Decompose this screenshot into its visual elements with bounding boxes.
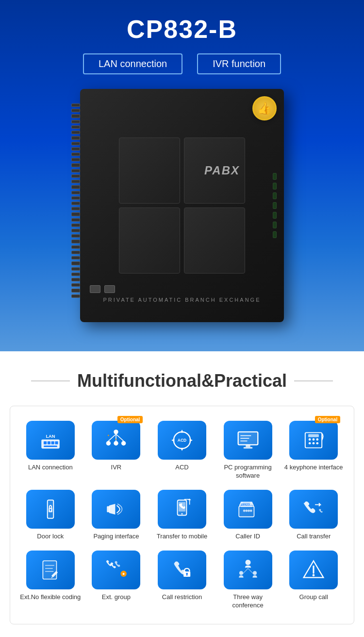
lan-badge: LAN connection (83, 53, 182, 74)
paging-icon-box (92, 490, 140, 529)
svg-text:ACD: ACD (178, 438, 187, 443)
pabx-device: PABX PRIVATE AUTOMATIC BRANCH EXCHANGE 👍 (80, 89, 284, 322)
product-image: PABX PRIVATE AUTOMATIC BRANCH EXCHANGE 👍 (10, 89, 354, 322)
feature-ivr: Optional (86, 421, 147, 480)
mobile-label: Transfer to mobile (157, 533, 207, 541)
feature-paging: Paging interface (86, 490, 147, 541)
svg-point-31 (313, 438, 315, 441)
paging-icon (104, 497, 128, 521)
svg-rect-4 (55, 441, 58, 444)
svg-rect-60 (43, 561, 56, 579)
svg-point-30 (309, 438, 311, 441)
callerid-icon: 18923... (236, 497, 260, 521)
svg-text:LAN: LAN (46, 434, 55, 439)
extcoding-icon-box (26, 551, 75, 589)
svg-point-32 (316, 438, 319, 441)
svg-point-55 (243, 510, 245, 512)
svg-point-78 (313, 574, 315, 576)
monitor-icon (236, 428, 260, 452)
svg-point-57 (248, 510, 250, 512)
svg-text:18923...: 18923... (240, 503, 252, 506)
svg-rect-41 (50, 510, 51, 511)
svg-point-9 (114, 441, 118, 446)
feature-lan-connection: LAN LAN connection (20, 421, 81, 480)
svg-marker-18 (181, 430, 183, 432)
svg-marker-20 (171, 439, 174, 442)
acd-icon-box: ACD (158, 421, 206, 460)
svg-rect-5 (44, 446, 57, 447)
pabx-label: PABX (204, 164, 240, 177)
svg-point-73 (253, 571, 257, 575)
svg-text:●: ● (122, 571, 125, 576)
feature-conference: Three way conference (217, 551, 279, 610)
svg-point-7 (114, 430, 118, 434)
ivr-icon-container: Optional (92, 421, 140, 460)
svg-point-58 (250, 510, 252, 512)
svg-point-10 (121, 441, 126, 446)
svg-rect-28 (243, 447, 252, 448)
section-title: Multifunctional&Practical (77, 371, 287, 391)
svg-marker-42 (109, 504, 116, 515)
svg-point-8 (106, 441, 111, 446)
lan-icon: LAN (38, 428, 63, 452)
bottom-ports (90, 285, 115, 293)
svg-rect-43 (107, 506, 110, 513)
feature-call-transfer: Call transfer (283, 490, 344, 541)
acd-icon: ACD (170, 428, 194, 452)
callerid-label: Caller ID (235, 533, 260, 541)
title-line-left (31, 380, 70, 381)
product-title: CP832-B (10, 15, 354, 44)
svg-point-71 (245, 560, 250, 565)
pabx-grid: PABX (114, 133, 250, 278)
svg-rect-36 (308, 434, 319, 437)
calltransfer-icon (301, 497, 326, 521)
svg-point-33 (309, 442, 311, 445)
svg-line-13 (116, 434, 124, 441)
ivr-label: IVR (111, 464, 122, 472)
keyphone-icon-container: Optional (289, 421, 338, 460)
feature-caller-id: 18923... Caller ID (217, 490, 279, 541)
feature-group-call: Group call (283, 551, 344, 610)
callrestriction-icon-box (158, 551, 206, 589)
doorlock-icon-box (26, 490, 75, 529)
doorlock-icon (38, 497, 63, 521)
feature-pc-programming: PC programming software (217, 421, 279, 480)
ivr-optional-badge: Optional (117, 416, 143, 423)
feature-keyphone: Optional (283, 421, 344, 480)
svg-marker-14 (108, 435, 109, 436)
lan-label: LAN connection (28, 464, 73, 472)
conference-icon (236, 558, 260, 582)
svg-rect-1 (44, 441, 47, 444)
groupcall-label: Group call (299, 593, 328, 602)
features-grid: LAN LAN connection Optional (20, 421, 344, 609)
keyphone-optional-badge: Optional (315, 416, 341, 423)
pc-icon-box (224, 421, 272, 460)
calltransfer-icon-box (289, 490, 338, 529)
left-ports (71, 103, 81, 298)
feature-door-lock: Door lock (20, 490, 81, 541)
lan-icon-box: LAN (26, 421, 75, 460)
feature-call-restriction: Call restriction (151, 551, 213, 610)
callerid-icon-box: 18923... (224, 490, 272, 529)
conference-label: Three way conference (217, 593, 279, 610)
svg-point-35 (316, 442, 319, 445)
section-title-container: Multifunctional&Practical (10, 371, 354, 391)
hero-section: CP832-B LAN connection IVR function (0, 0, 364, 351)
mobile-icon (170, 497, 194, 521)
ivr-icon-box (92, 421, 140, 460)
hero-badges: LAN connection IVR function (10, 53, 354, 74)
calltransfer-label: Call transfer (297, 533, 331, 541)
paging-label: Paging interface (93, 533, 139, 541)
svg-line-74 (243, 568, 248, 574)
features-section: Multifunctional&Practical (0, 351, 364, 634)
pabx-bottom-text: PRIVATE AUTOMATIC BRANCH EXCHANGE (103, 297, 261, 303)
svg-rect-3 (51, 441, 54, 444)
feature-acd: ACD ACD (151, 421, 213, 480)
mobile-icon-box (158, 490, 206, 529)
feature-ext-coding: Ext.No flexible coding (20, 551, 81, 610)
keyphone-icon (301, 428, 326, 452)
thumb-badge: 👍 (252, 96, 277, 121)
keyphone-label: 4 keyphone interface (284, 464, 343, 472)
svg-line-11 (109, 434, 116, 441)
ivr-icon (104, 428, 128, 452)
